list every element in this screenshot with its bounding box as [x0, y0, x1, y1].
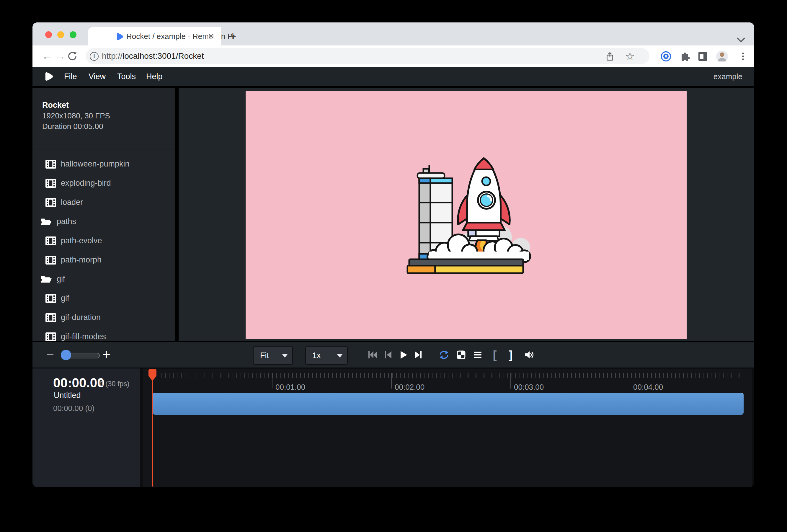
film-icon	[45, 256, 56, 264]
preview-canvas	[178, 88, 754, 341]
url-scheme: http://	[102, 51, 123, 61]
new-tab-button[interactable]: +	[227, 31, 238, 42]
timeline-clip-bar[interactable]	[153, 393, 744, 415]
sidebar-item-path-evolve[interactable]: path-evolve	[33, 231, 175, 250]
rocket-illustration	[400, 150, 533, 280]
speed-select[interactable]: 1x	[305, 346, 348, 365]
playhead-handle[interactable]	[148, 369, 156, 381]
reload-button[interactable]	[67, 51, 77, 61]
timeline-second-label: 00:02.00	[395, 383, 425, 392]
window-close-button[interactable]	[45, 31, 52, 38]
sidebar-item-gif[interactable]: gif	[33, 289, 175, 308]
current-frame-label: 0 (30 fps)	[100, 380, 129, 388]
composition-duration: Duration 00:05.00	[42, 121, 110, 132]
browser-window: Rocket / example - Remotion Pr × + ← → i…	[33, 22, 754, 487]
composition-viewport	[246, 91, 687, 339]
film-icon	[45, 160, 56, 169]
remotion-logo-icon[interactable]	[44, 71, 54, 82]
menu-help[interactable]: Help	[146, 67, 163, 86]
zoom-slider-thumb[interactable]	[61, 350, 71, 360]
next-frame-button[interactable]	[411, 342, 426, 367]
step-forward-icon	[414, 350, 423, 359]
tab-strip: Rocket / example - Remotion Pr × +	[33, 22, 754, 45]
size-select[interactable]: Fit	[253, 346, 293, 365]
timeline-second-tick: 00:02.00	[391, 373, 392, 388]
volume-button[interactable]	[522, 342, 537, 367]
play-button[interactable]	[396, 342, 411, 367]
browser-toolbar: ← → i http://localhost:3001/Rocket ☆	[33, 45, 754, 67]
composition-meta: 1920x1080, 30 FPS	[42, 110, 110, 121]
window-zoom-button[interactable]	[70, 31, 77, 38]
speed-select-value: 1x	[312, 347, 321, 364]
sidebar-item-path-morph[interactable]: path-morph	[33, 250, 175, 270]
menu-file[interactable]: File	[64, 67, 77, 86]
profile-avatar[interactable]	[716, 50, 728, 63]
sidebar-item-label: gif	[61, 294, 69, 303]
sidebar-folder-gif[interactable]: gif	[33, 270, 175, 289]
menu-view[interactable]: View	[89, 67, 106, 86]
zoom-out-button[interactable]: −	[43, 342, 57, 367]
playhead-line	[152, 369, 153, 487]
app-menubar: File View Tools Help example	[33, 67, 754, 88]
loop-toggle-button[interactable]	[436, 342, 452, 367]
zoom-in-button[interactable]: +	[99, 342, 113, 367]
composition-info: Rocket 1920x1080, 30 FPS Duration 00:05.…	[42, 100, 110, 132]
bookmark-star-icon[interactable]: ☆	[625, 48, 635, 64]
forward-button[interactable]: →	[53, 45, 67, 67]
tab-title: Rocket / example - Remotion Pr	[126, 27, 241, 45]
sidebar-item-exploding-bird[interactable]: exploding-bird	[33, 174, 175, 193]
sidebar-item-label: halloween-pumpkin	[61, 159, 130, 169]
step-back-icon	[384, 350, 392, 359]
project-name-label: example	[714, 67, 742, 86]
url-text[interactable]: http://localhost:3001/Rocket	[102, 48, 204, 64]
jump-to-start-button[interactable]	[365, 342, 380, 367]
side-panel-extension-icon[interactable]	[698, 51, 708, 61]
in-point-button[interactable]: [	[487, 342, 503, 367]
extensions-puzzle-icon[interactable]	[680, 51, 689, 61]
sidebar-divider	[33, 149, 175, 149]
sidebar-item-loader[interactable]: loader	[33, 193, 175, 212]
sidebar-folder-label: gif	[57, 275, 65, 284]
film-icon	[45, 179, 56, 188]
site-info-icon[interactable]: i	[90, 52, 99, 61]
film-icon	[45, 313, 56, 322]
timeline-second-tick: 00:03.00	[510, 373, 511, 388]
chevron-down-icon	[337, 354, 342, 358]
sidebar-folder-paths[interactable]: paths	[33, 212, 175, 231]
out-point-button[interactable]: ]	[503, 342, 518, 367]
sidebar-item-label: exploding-bird	[61, 178, 111, 188]
tab-search-chevron-icon[interactable]	[737, 34, 745, 43]
timeline-track-area[interactable]: 00:01.00 00:02.00 00:03.00 00:04.00	[143, 368, 752, 487]
window-minimize-button[interactable]	[57, 31, 64, 38]
timeline-second-tick: 00:01.00	[272, 373, 273, 388]
onepassword-extension-icon[interactable]	[661, 51, 671, 62]
sidebar-item-label: path-morph	[61, 255, 102, 264]
remotion-favicon	[115, 32, 124, 41]
timeline-second-label: 00:04.00	[633, 383, 663, 392]
browser-menu-icon[interactable]	[739, 52, 747, 61]
skip-start-icon	[367, 350, 378, 359]
film-icon	[45, 198, 56, 207]
volume-icon	[525, 350, 535, 359]
main-area: Rocket 1920x1080, 30 FPS Duration 00:05.…	[33, 88, 754, 341]
play-icon	[399, 350, 408, 359]
back-button[interactable]: ←	[40, 45, 54, 67]
sidebar-item-gif-duration[interactable]: gif-duration	[33, 308, 175, 327]
composition-title: Rocket	[42, 100, 110, 110]
timeline-tracks-button[interactable]	[470, 342, 485, 367]
browser-tab[interactable]: Rocket / example - Remotion Pr ×	[88, 27, 221, 45]
loop-icon	[439, 350, 450, 360]
film-icon	[45, 333, 56, 341]
sidebar-item-halloween-pumpkin[interactable]: halloween-pumpkin	[33, 154, 175, 174]
timeline-frame-ticks	[153, 373, 746, 378]
url-host-path: localhost:3001/Rocket	[123, 51, 204, 61]
address-bar[interactable]: i http://localhost:3001/Rocket ☆	[86, 48, 650, 64]
tab-close-icon[interactable]: ×	[206, 31, 216, 41]
share-icon[interactable]	[606, 52, 614, 61]
film-icon	[45, 294, 56, 303]
transparency-toggle-button[interactable]	[453, 342, 469, 367]
checkerboard-icon	[457, 350, 466, 359]
previous-frame-button[interactable]	[380, 342, 396, 367]
sidebar-item-label: loader	[61, 198, 83, 207]
menu-tools[interactable]: Tools	[117, 67, 136, 86]
